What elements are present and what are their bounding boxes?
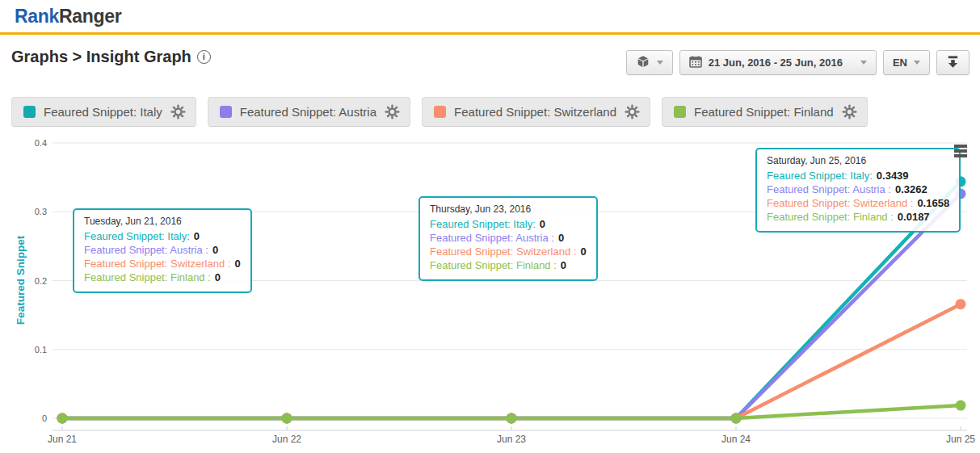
legend-chip-italy[interactable]: Feaured Snippet: Italy — [11, 97, 196, 127]
package-dropdown-button[interactable] — [626, 50, 673, 75]
svg-text:Jun 25: Jun 25 — [946, 434, 975, 445]
svg-text:0.4: 0.4 — [35, 138, 47, 148]
tooltip-row: Featured Snippet: Switzerland :0.1658 — [767, 196, 949, 210]
tooltip-row: Featured Snippet: Finland :0 — [430, 258, 587, 272]
tooltip-date: Saturday, Jun 25, 2016 — [767, 155, 949, 166]
series-swatch-italy — [23, 106, 36, 118]
gear-icon[interactable] — [385, 104, 400, 120]
language-label: EN — [893, 57, 907, 69]
calendar-icon — [689, 56, 702, 70]
date-range-picker[interactable]: 21 Jun, 2016 - 25 Jun, 2016 — [679, 50, 877, 75]
legend-label-austria: Featured Snippet: Austria — [240, 105, 376, 119]
legend-label-italy: Feaured Snippet: Italy — [44, 105, 162, 119]
download-button[interactable] — [936, 50, 969, 75]
svg-text:0.1: 0.1 — [35, 345, 47, 354]
series-swatch-austria — [220, 106, 232, 118]
logo-text-ranger: Ranger — [59, 6, 121, 27]
info-icon[interactable]: i — [197, 50, 211, 64]
gear-icon[interactable] — [842, 104, 857, 120]
chevron-down-icon — [657, 61, 663, 65]
toolbar: 21 Jun, 2016 - 25 Jun, 2016 EN — [626, 50, 969, 75]
page-title: Graphs > Insight Graph — [11, 48, 191, 66]
series-swatch-switzerland — [434, 106, 446, 118]
chevron-down-icon — [914, 61, 920, 65]
cube-icon — [636, 55, 650, 71]
chevron-down-icon — [860, 61, 867, 65]
breadcrumb: Graphs > Insight Graph i — [11, 48, 211, 66]
tooltip-date: Tuesday, Jun 21, 2016 — [84, 216, 241, 227]
svg-text:Jun 23: Jun 23 — [497, 434, 526, 445]
page: RankRanger Graphs > Insight Graph i 21 J… — [0, 0, 980, 453]
insight-graph-chart: 00.10.20.30.4Jun 21Jun 22Jun 23Jun 24Jun… — [0, 131, 980, 453]
legend-chip-finland[interactable]: Featured Snippet: Finland — [662, 97, 868, 127]
tooltip-row: Featured Snippet: Switzerland :0 — [430, 245, 587, 258]
chart-tooltip-jun21: Tuesday, Jun 21, 2016 Feaured Snippet: I… — [73, 208, 252, 293]
rankranger-logo[interactable]: RankRanger — [15, 6, 122, 27]
svg-text:0: 0 — [42, 413, 47, 423]
tooltip-row: Featured Snippet: Austria :0.3262 — [767, 182, 949, 196]
svg-text:Jun 21: Jun 21 — [48, 434, 77, 445]
gear-icon[interactable] — [170, 104, 186, 120]
language-selector[interactable]: EN — [883, 50, 930, 75]
legend-chip-austria[interactable]: Featured Snippet: Austria — [208, 97, 410, 127]
gear-icon[interactable] — [625, 104, 640, 120]
tooltip-row: Featured Snippet: Switzerland :0 — [84, 257, 241, 271]
svg-text:Jun 22: Jun 22 — [272, 434, 301, 445]
tooltip-row: Feaured Snippet: Italy:0 — [430, 217, 587, 231]
tooltip-row: Featured Snippet: Finland :0.0187 — [767, 210, 949, 224]
legend-row: Feaured Snippet: Italy Featured Snippet:… — [11, 97, 868, 127]
tooltip-date: Thursday, Jun 23, 2016 — [430, 203, 587, 215]
tooltip-row: Featured Snippet: Finland :0 — [84, 271, 241, 284]
logo-text-rank: Rank — [15, 6, 59, 27]
tooltip-row: Feaured Snippet: Italy:0.3439 — [767, 169, 949, 182]
download-icon — [946, 55, 960, 71]
date-range-label: 21 Jun, 2016 - 25 Jun, 2016 — [709, 57, 843, 69]
chart-export-menu-icon[interactable] — [954, 145, 967, 159]
tooltip-row: Featured Snippet: Austria :0 — [430, 231, 587, 245]
chart-tooltip-jun23: Thursday, Jun 23, 2016 Feaured Snippet: … — [418, 196, 598, 281]
top-bar: RankRanger — [0, 0, 980, 35]
svg-text:Jun 24: Jun 24 — [721, 434, 751, 445]
legend-label-switzerland: Featured Snippet: Switzerland — [454, 105, 616, 119]
chart-tooltip-jun25: Saturday, Jun 25, 2016 Feaured Snippet: … — [755, 148, 961, 233]
svg-text:0.2: 0.2 — [35, 276, 47, 286]
legend-label-finland: Featured Snippet: Finland — [694, 105, 834, 119]
legend-chip-switzerland[interactable]: Featured Snippet: Switzerland — [422, 97, 650, 127]
series-swatch-finland — [674, 106, 686, 118]
tooltip-row: Featured Snippet: Austria :0 — [84, 243, 241, 257]
svg-text:Featured Snippet: Featured Snippet — [15, 235, 27, 325]
svg-text:0.3: 0.3 — [35, 207, 47, 216]
tooltip-row: Feaured Snippet: Italy:0 — [84, 229, 241, 243]
